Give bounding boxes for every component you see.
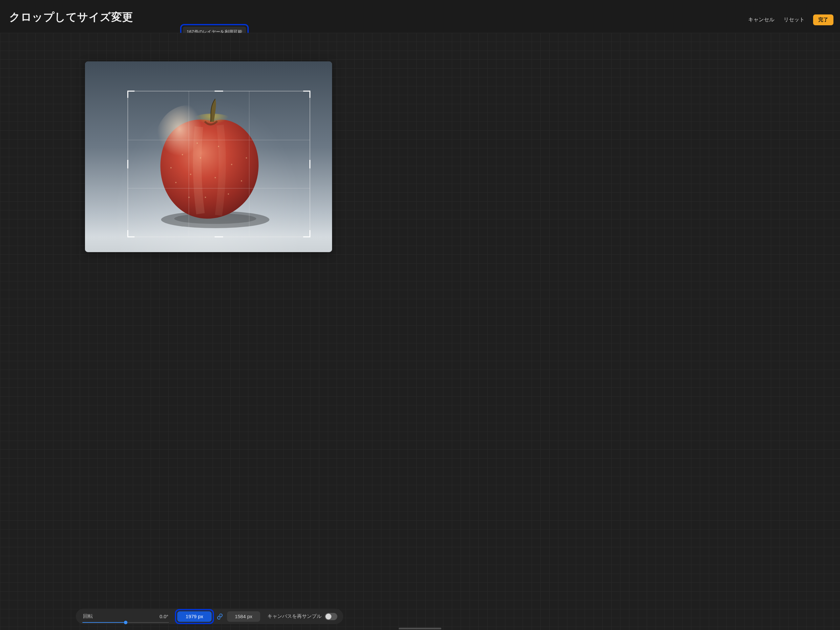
svg-point-3: [155, 105, 220, 184]
svg-point-13: [188, 197, 189, 198]
svg-point-9: [231, 164, 232, 165]
svg-point-8: [218, 146, 219, 147]
svg-point-5: [190, 174, 191, 175]
page-title: クロップしてサイズ変更: [9, 10, 133, 25]
canvas-image: [85, 62, 332, 252]
svg-point-14: [170, 167, 172, 168]
svg-point-10: [241, 180, 242, 182]
canvas-preview[interactable]: [85, 62, 332, 252]
svg-point-12: [205, 197, 206, 198]
svg-point-6: [175, 182, 177, 183]
svg-point-11: [228, 193, 229, 195]
svg-point-17: [197, 142, 198, 144]
svg-point-7: [200, 157, 201, 158]
svg-point-16: [215, 177, 216, 178]
svg-point-15: [246, 157, 247, 158]
workspace-grid[interactable]: 回転 0.0° 1979 px 1584 px キャンバスを再サンプル: [0, 33, 417, 313]
apple-illustration: [133, 89, 284, 240]
svg-point-4: [182, 154, 183, 155]
